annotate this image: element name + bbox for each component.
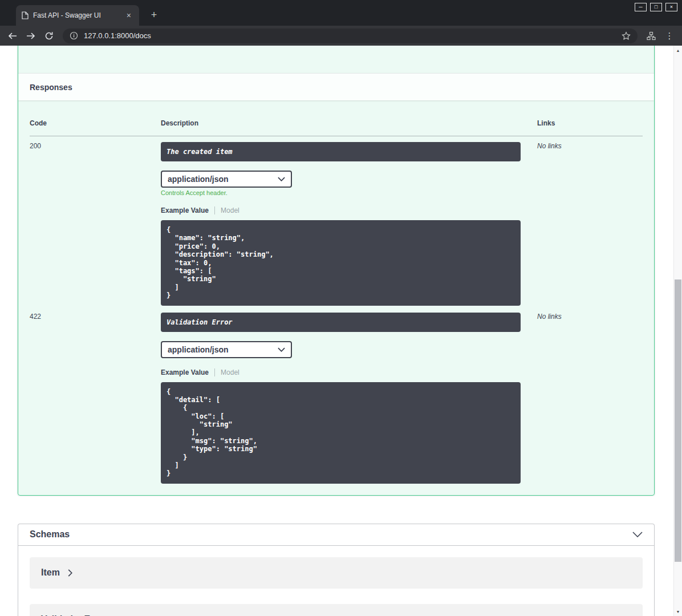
kebab-menu-icon: ⋮ (665, 31, 674, 41)
browser-titlebar: Fast API - Swagger UI × + ─ □ × (0, 0, 682, 26)
address-bar[interactable]: 127.0.0.1:8000/docs (63, 29, 638, 43)
response-row-422: 422 Validation Error application/json (30, 306, 643, 484)
window-controls: ─ □ × (635, 3, 677, 11)
col-header-links: Links (537, 112, 643, 136)
example-model-tabs: Example Value Model (161, 368, 537, 376)
reload-button[interactable] (41, 28, 57, 44)
scrollbar[interactable]: ▲ ▼ (673, 46, 682, 616)
model-item[interactable]: Item (30, 557, 643, 589)
media-type-value: application/json (168, 345, 229, 354)
example-model-tabs: Example Value Model (161, 206, 537, 214)
col-header-code: Code (30, 112, 161, 136)
browser-tab[interactable]: Fast API - Swagger UI × (16, 5, 139, 26)
tab-model[interactable]: Model (214, 368, 239, 376)
schemas-section: Schemas Item ValidationError (18, 524, 655, 616)
controls-accept-note: Controls Accept header. (161, 189, 537, 196)
model-name: Item (41, 568, 60, 578)
responses-title: Responses (30, 83, 72, 92)
schemas-header[interactable]: Schemas (18, 524, 654, 546)
response-links: No links (537, 136, 643, 306)
responses-section-header: Responses (18, 73, 654, 100)
window-maximize-button[interactable]: □ (650, 3, 662, 11)
browser-menu-button[interactable]: ⋮ (661, 28, 677, 44)
responses-table-wrapper: Code Description Links 200 The created i… (18, 100, 654, 495)
opblock-spacer (18, 46, 654, 73)
scrollbar-thumb[interactable] (675, 279, 681, 562)
schemas-title: Schemas (30, 529, 70, 540)
chevron-down-icon (278, 177, 285, 181)
col-header-description: Description (161, 112, 537, 136)
page-favicon-icon (22, 11, 29, 19)
browser-window: Fast API - Swagger UI × + ─ □ × 127.0.0.… (0, 0, 682, 616)
scroll-down-button[interactable]: ▼ (674, 607, 682, 616)
browser-toolbar: 127.0.0.1:8000/docs ⋮ (0, 26, 682, 46)
url-text: 127.0.0.1:8000/docs (84, 31, 151, 40)
new-tab-button[interactable]: + (147, 8, 161, 22)
back-button[interactable] (5, 28, 21, 44)
tab-example-value[interactable]: Example Value (161, 206, 209, 214)
chevron-down-icon (278, 347, 285, 352)
responses-table: Code Description Links 200 The created i… (30, 112, 643, 484)
page-content: Responses Code Description Links (0, 46, 682, 616)
media-type-select[interactable]: application/json (161, 171, 292, 188)
media-type-select[interactable]: application/json (161, 341, 292, 358)
tab-close-icon[interactable]: × (124, 10, 133, 21)
response-code: 200 (30, 136, 161, 306)
window-close-button[interactable]: × (665, 3, 677, 11)
forward-button[interactable] (23, 28, 39, 44)
model-validationerror[interactable]: ValidationError (30, 604, 643, 616)
media-type-value: application/json (168, 175, 229, 184)
scroll-up-button[interactable]: ▲ (674, 46, 682, 55)
response-description-box: Validation Error (161, 313, 521, 332)
sitemap-icon[interactable] (643, 28, 659, 44)
response-description-box: The created item (161, 142, 521, 161)
site-info-icon[interactable] (70, 31, 78, 40)
bookmark-star-icon[interactable] (622, 31, 631, 40)
chevron-down-icon[interactable] (632, 532, 643, 537)
chevron-right-icon (68, 569, 72, 577)
tab-example-value[interactable]: Example Value (161, 368, 209, 376)
example-json-block: { "detail": [ { "loc": [ "string" ], "ms… (161, 382, 521, 484)
tab-model[interactable]: Model (214, 206, 239, 214)
opblock-responses: Responses Code Description Links (18, 46, 655, 496)
tab-title: Fast API - Swagger UI (33, 11, 120, 19)
response-code: 422 (30, 306, 161, 484)
swagger-ui: Responses Code Description Links (18, 46, 655, 616)
window-minimize-button[interactable]: ─ (635, 3, 647, 11)
response-links: No links (537, 306, 643, 484)
response-row-200: 200 The created item application/json (30, 136, 643, 306)
example-json-block: { "name": "string", "price": 0, "descrip… (161, 220, 521, 306)
schemas-body: Item ValidationError (18, 546, 654, 616)
